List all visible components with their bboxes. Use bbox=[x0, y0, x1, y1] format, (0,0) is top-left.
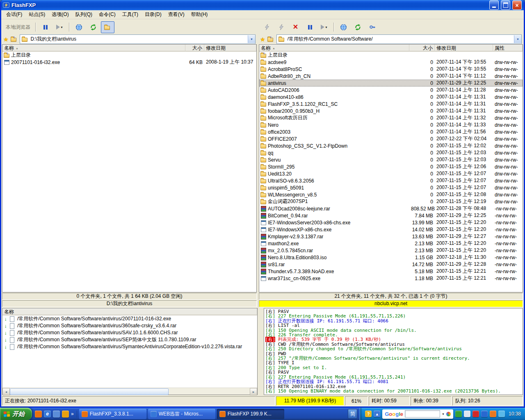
folder-compare-button[interactable] bbox=[101, 21, 114, 33]
file-row[interactable]: mx_2.0.5.7845cn.rar2.13 MB2007-11-15 上午 … bbox=[259, 247, 523, 254]
local-path-combo[interactable]: D:\我的文档\antivirus ▼ bbox=[20, 34, 256, 44]
pause-queue-button[interactable] bbox=[39, 21, 52, 33]
file-row[interactable]: unispim5_b509102007-11-15 上午 12:07drw-rw… bbox=[259, 184, 523, 191]
site-manager-button[interactable] bbox=[72, 21, 86, 33]
file-row[interactable]: foobar2000_0.950b3_H02007-11-14 上午 11:31… bbox=[259, 107, 523, 114]
menu-item-4[interactable]: 命令(C) bbox=[96, 10, 119, 19]
taskbar-task[interactable]: WEB迅雷 - Micros... bbox=[148, 409, 215, 419]
network-icon[interactable] bbox=[498, 411, 505, 417]
file-row[interactable]: Thunder.v5.7.3.389.NoAD.exe5.18 MB2007-1… bbox=[259, 268, 523, 275]
file-row[interactable]: AUTOcad2008sc-leejune.rar808.52 MB2007-1… bbox=[259, 205, 523, 212]
up-directory-icon[interactable]: ↑ bbox=[267, 36, 274, 42]
file-row[interactable]: qq02007-11-15 上午 12:03drw-rw-rw- bbox=[259, 149, 523, 156]
menu-item-2[interactable]: 选项(O) bbox=[48, 10, 72, 19]
minimize-button[interactable] bbox=[489, 0, 499, 10]
start-transfer-button[interactable]: ▼ bbox=[53, 21, 66, 33]
flashfxp-icon[interactable] bbox=[35, 411, 42, 418]
taskbar-task[interactable]: FlashFXP_3.3.8.1... bbox=[79, 409, 146, 419]
file-row[interactable]: maxthon2.exe2.13 MB2007-11-15 上午 12:20-r… bbox=[259, 240, 523, 247]
file-row[interactable]: Uedit13.2002007-11-15 上午 12:07drw-rw-rw- bbox=[259, 170, 523, 177]
column-header-name[interactable]: 名称▲ bbox=[2, 45, 185, 52]
column-header-name[interactable]: 名称 bbox=[2, 308, 257, 315]
media-player-icon[interactable] bbox=[62, 411, 69, 418]
disconnect-button[interactable]: ✕ bbox=[289, 21, 302, 33]
quick-launch-overflow-chevron[interactable]: » bbox=[71, 411, 74, 417]
google-search-input[interactable] bbox=[405, 410, 440, 418]
up-directory-icon[interactable]: ↑ bbox=[10, 36, 17, 42]
column-header-size[interactable]: 大小 bbox=[409, 45, 435, 52]
quick-connect-button[interactable] bbox=[274, 21, 288, 33]
show-desktop-icon[interactable] bbox=[53, 411, 60, 418]
horizontal-scrollbar[interactable]: ◄ ► bbox=[2, 388, 257, 395]
volume-icon[interactable] bbox=[464, 411, 470, 417]
firewall-icon[interactable] bbox=[490, 411, 496, 417]
file-row[interactable]: ↑上层目录 bbox=[2, 52, 256, 59]
titlebar[interactable]: FlashFXP × bbox=[1, 0, 524, 10]
connect-button[interactable] bbox=[260, 21, 274, 33]
scroll-left-button[interactable]: ◄ bbox=[2, 388, 10, 395]
file-row[interactable]: Photoshop_CS3_SC_V1.2-FtpDown02007-11-15… bbox=[259, 142, 523, 149]
file-row[interactable]: StormII_29502007-11-15 上午 12:06drw-rw-rw… bbox=[259, 163, 523, 170]
internet-explorer-icon[interactable]: e bbox=[44, 411, 51, 418]
chevron-down-icon[interactable]: ▼ bbox=[325, 26, 328, 29]
menu-item-3[interactable]: 队列(Q) bbox=[72, 10, 96, 19]
file-row[interactable]: acdsee902007-11-14 下午 10:55drw-rw-rw- bbox=[259, 59, 523, 66]
pause-queue-button[interactable] bbox=[303, 21, 317, 33]
scrollbar-thumb[interactable] bbox=[10, 388, 169, 395]
chevron-down-icon[interactable]: ▼ bbox=[442, 413, 445, 415]
menu-item-1[interactable]: 站点(S) bbox=[25, 10, 48, 19]
file-row[interactable]: Acrobat8ProSC02007-11-14 下午 10:55drw-rw-… bbox=[259, 66, 523, 73]
download-manager-icon[interactable] bbox=[481, 411, 488, 417]
menu-item-5[interactable]: 工具(T) bbox=[119, 10, 142, 19]
antivirus-icon[interactable] bbox=[472, 411, 479, 417]
menu-item-6[interactable]: 目录(D) bbox=[142, 10, 165, 19]
file-row[interactable]: IE7-WindowsXP-x86-chs.exe14.02 MB2007-11… bbox=[259, 226, 523, 233]
taskbar-task[interactable]: FlashFXP 199.9 K... bbox=[217, 409, 284, 419]
column-header-date[interactable]: 修改日期 bbox=[204, 45, 256, 52]
panel-splitter[interactable] bbox=[260, 308, 262, 395]
im-icon[interactable] bbox=[455, 411, 462, 417]
file-row[interactable]: Microsoft农历日历02007-11-14 上午 11:32drw-rw-… bbox=[259, 114, 523, 121]
refresh-button[interactable] bbox=[351, 21, 365, 33]
menu-item-0[interactable]: 会话(F) bbox=[3, 10, 25, 19]
file-row[interactable]: antivirus02007-11-29 上午 12:25drw-rw-rw- bbox=[259, 80, 523, 87]
queue-item[interactable]: ↓/常用软件/Common Software/Software/antiviru… bbox=[2, 315, 257, 322]
remote-path-combo[interactable]: /常用软件/Common Software/Software/ ▼ bbox=[276, 34, 522, 44]
site-manager-button[interactable] bbox=[337, 21, 350, 33]
scroll-right-button[interactable]: ► bbox=[250, 388, 257, 395]
menu-item-7[interactable]: 查看(V) bbox=[165, 10, 188, 19]
file-row[interactable]: AutoCAD200602007-11-14 上午 11:28drw-rw-rw… bbox=[259, 87, 523, 94]
file-row[interactable]: OFFICE200702007-12-22 下午 02:04drw-rw-rw- bbox=[259, 135, 523, 142]
google-deskbar[interactable]: Google ▼ bbox=[382, 409, 453, 419]
file-row[interactable]: ↑上层目录 bbox=[259, 52, 523, 59]
taskbar-clock[interactable]: 10:38 bbox=[507, 411, 521, 417]
file-row[interactable]: 金山词霸2007SP102007-11-15 上午 12:19drw-rw-rw… bbox=[259, 198, 523, 205]
column-header-date[interactable]: 修改日期 bbox=[435, 45, 493, 52]
start-transfer-button[interactable]: ▼ bbox=[317, 21, 331, 33]
column-header-name[interactable]: 名称▲ bbox=[259, 45, 409, 52]
column-header-attr[interactable]: 属性 bbox=[493, 45, 523, 52]
queue-item[interactable]: ↓/常用软件/Common Software/Software/antiviru… bbox=[2, 343, 257, 350]
file-row[interactable]: daemon410-x8602007-11-14 上午 11:31drw-rw-… bbox=[259, 94, 523, 100]
start-button[interactable]: 开始 bbox=[0, 408, 32, 420]
ssl-keys-button[interactable] bbox=[365, 21, 379, 33]
combo-dropdown-button[interactable]: ▼ bbox=[514, 35, 521, 43]
menu-item-8[interactable]: 帮助(H) bbox=[188, 10, 211, 19]
file-row[interactable]: Nero02007-11-14 上午 11:33drw-rw-rw- bbox=[259, 121, 523, 128]
favorites-star-icon[interactable]: ★ bbox=[3, 36, 9, 43]
file-row[interactable]: UltraISO-v8.6.3.205602007-11-15 上午 12:07… bbox=[259, 177, 523, 184]
file-row[interactable]: FlashFXP_3.5.1.1202_RC1_SC02007-11-14 上午… bbox=[259, 100, 523, 107]
file-row[interactable]: wrar371sc_cn-0925.exe1.18 MB2007-11-15 上… bbox=[259, 275, 523, 282]
file-row[interactable]: Nero.8.Ultra.Edition803.iso1.15 GB2007-1… bbox=[259, 254, 523, 261]
queue-item[interactable]: ↓/常用软件/Common Software/Software/antiviru… bbox=[2, 336, 257, 343]
help-icon[interactable]: ? bbox=[365, 411, 372, 417]
file-row[interactable]: Kmplayer-v2.9.3.1387.rar13.63 MB2007-11-… bbox=[259, 233, 523, 240]
hide-notifications-icon[interactable]: ▴ bbox=[374, 411, 380, 417]
refresh-button[interactable] bbox=[87, 21, 100, 33]
column-header-size[interactable]: 大小 bbox=[185, 45, 204, 52]
file-row[interactable]: BitComet_0.94.rar7.84 MB2007-11-29 上午 12… bbox=[259, 212, 523, 219]
maximize-button[interactable] bbox=[501, 0, 510, 10]
file-row[interactable]: IE7-WindowsServer2003-x86-chs.exe13.99 M… bbox=[259, 219, 523, 226]
file-row[interactable]: sr81.rar14.72 MB2007-11-29 上午 12:28-rw-r… bbox=[259, 261, 523, 268]
combo-dropdown-button[interactable]: ▼ bbox=[248, 35, 255, 43]
